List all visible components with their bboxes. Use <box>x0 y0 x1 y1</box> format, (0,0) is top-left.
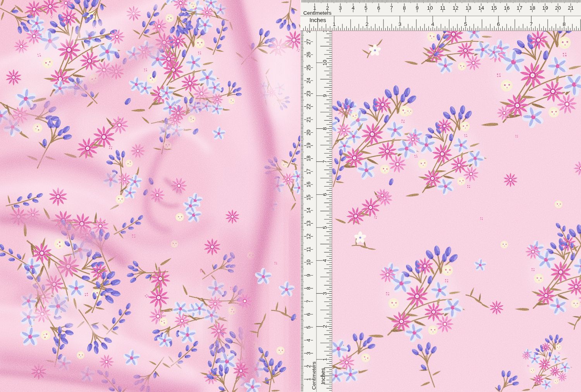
svg-text:13: 13 <box>466 5 471 11</box>
svg-text:18: 18 <box>529 5 535 11</box>
svg-text:9: 9 <box>416 5 419 11</box>
svg-text:2: 2 <box>366 21 369 27</box>
svg-text:Inches: Inches <box>320 368 326 385</box>
svg-text:16: 16 <box>306 181 311 187</box>
svg-text:15: 15 <box>306 195 311 200</box>
svg-text:1: 1 <box>333 21 336 27</box>
svg-text:5: 5 <box>322 226 328 229</box>
svg-text:Centimeters: Centimeters <box>303 10 332 16</box>
svg-text:12: 12 <box>453 5 459 11</box>
svg-text:7: 7 <box>390 5 393 11</box>
svg-text:4: 4 <box>431 21 434 27</box>
svg-text:14: 14 <box>478 5 485 11</box>
svg-text:5: 5 <box>306 326 311 329</box>
svg-text:6: 6 <box>322 193 328 196</box>
svg-text:21: 21 <box>568 5 574 11</box>
svg-text:24: 24 <box>306 77 311 84</box>
svg-text:15: 15 <box>491 5 497 11</box>
svg-text:10: 10 <box>306 259 311 265</box>
svg-text:6: 6 <box>377 5 380 11</box>
svg-text:10: 10 <box>427 5 433 11</box>
svg-text:27: 27 <box>306 39 311 45</box>
svg-text:8: 8 <box>403 5 406 11</box>
svg-text:5: 5 <box>464 21 467 27</box>
svg-text:19: 19 <box>306 143 311 149</box>
svg-text:3: 3 <box>306 352 311 355</box>
svg-text:4: 4 <box>306 339 311 342</box>
svg-text:5: 5 <box>364 5 368 11</box>
svg-text:3: 3 <box>339 5 342 11</box>
svg-text:23: 23 <box>306 91 311 96</box>
svg-text:8: 8 <box>306 287 311 290</box>
svg-text:Centimeters: Centimeters <box>311 361 317 390</box>
svg-text:7: 7 <box>306 300 311 303</box>
svg-text:9: 9 <box>322 94 328 97</box>
svg-text:Inches: Inches <box>309 17 326 23</box>
svg-text:7: 7 <box>322 160 328 163</box>
svg-text:6: 6 <box>497 21 500 27</box>
svg-text:10: 10 <box>322 60 328 65</box>
svg-text:11: 11 <box>440 5 445 11</box>
svg-text:7: 7 <box>530 21 533 27</box>
svg-text:9: 9 <box>306 274 311 277</box>
svg-text:8: 8 <box>563 21 566 27</box>
svg-text:12: 12 <box>306 233 311 239</box>
svg-text:21: 21 <box>306 116 311 122</box>
svg-text:6: 6 <box>306 313 311 316</box>
svg-text:22: 22 <box>306 104 311 110</box>
svg-text:16: 16 <box>504 5 510 11</box>
svg-text:2: 2 <box>322 325 328 328</box>
svg-text:4: 4 <box>352 5 355 11</box>
svg-text:19: 19 <box>542 5 548 11</box>
svg-text:17: 17 <box>306 169 311 175</box>
svg-text:13: 13 <box>306 221 311 226</box>
svg-text:17: 17 <box>517 5 523 11</box>
svg-text:20: 20 <box>555 5 561 11</box>
svg-text:3: 3 <box>399 21 402 27</box>
svg-text:11: 11 <box>306 246 311 252</box>
svg-text:18: 18 <box>306 156 311 161</box>
svg-text:26: 26 <box>306 52 311 58</box>
svg-text:4: 4 <box>322 259 328 262</box>
svg-text:3: 3 <box>322 292 328 295</box>
svg-text:20: 20 <box>306 130 311 135</box>
svg-text:1: 1 <box>322 358 328 361</box>
svg-text:8: 8 <box>322 127 328 130</box>
svg-text:14: 14 <box>306 207 311 214</box>
svg-text:25: 25 <box>306 65 311 70</box>
